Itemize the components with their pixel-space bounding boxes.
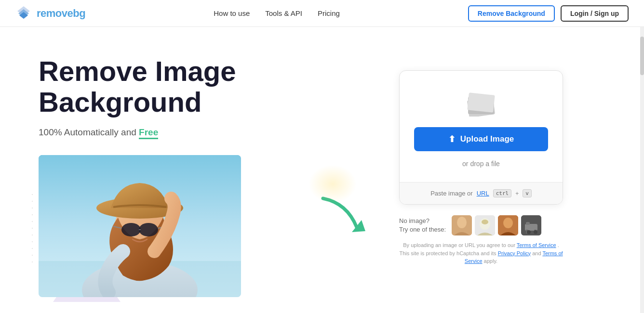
privacy-link[interactable]: Privacy Policy — [498, 250, 531, 256]
no-image-text: No image? Try one of these: — [399, 217, 446, 234]
kbd-ctrl: ctrl — [493, 189, 512, 197]
svg-point-31 — [534, 230, 537, 234]
main-nav: How to use Tools & API Pricing — [214, 9, 340, 17]
main-content: Remove Image Background 100% Automatical… — [0, 27, 644, 313]
hero-image-area — [39, 155, 328, 297]
svg-rect-27 — [526, 222, 530, 225]
stack-icon — [464, 90, 498, 117]
logo-area[interactable]: removebg — [15, 5, 85, 22]
site-header: removebg How to use Tools & API Pricing … — [0, 0, 644, 27]
scrollbar-thumb[interactable] — [640, 37, 644, 75]
drop-file-label: or drop a file — [462, 160, 500, 168]
logo-text: removebg — [37, 7, 85, 20]
upload-main-area: ⬆ Upload Image or drop a file — [400, 71, 563, 182]
upload-card: ⬆ Upload Image or drop a file Paste imag… — [399, 70, 563, 205]
svg-rect-17 — [467, 92, 495, 112]
sample-thumb-2[interactable] — [475, 215, 495, 235]
hero-photo — [39, 155, 241, 297]
scrollbar-track — [640, 27, 644, 313]
blob-decoration — [309, 165, 357, 203]
nav-tools-api[interactable]: Tools & API — [265, 9, 302, 17]
nav-how-to-use[interactable]: How to use — [214, 9, 250, 17]
upload-image-button[interactable]: ⬆ Upload Image — [414, 127, 548, 151]
paste-area: Paste image or URL ctrl + v — [400, 182, 563, 204]
sample-thumbs — [452, 215, 541, 235]
nav-pricing[interactable]: Pricing — [318, 9, 340, 17]
sample-thumb-1[interactable] — [452, 215, 472, 235]
url-link[interactable]: URL — [477, 190, 489, 197]
sample-thumb-4[interactable] — [521, 215, 541, 235]
samples-row: No image? Try one of these: — [399, 215, 563, 235]
svg-point-10 — [139, 223, 158, 236]
kbd-v: v — [523, 189, 532, 197]
svg-point-30 — [527, 230, 531, 234]
paste-label: Paste image or — [430, 190, 472, 197]
svg-point-22 — [482, 220, 488, 224]
login-signup-button[interactable]: Login / Sign up — [561, 5, 629, 22]
logo-icon — [15, 5, 32, 22]
hero-title: Remove Image Background — [39, 56, 328, 117]
terms-text: By uploading an image or URL you agree t… — [399, 241, 563, 265]
upload-btn-label: Upload Image — [460, 134, 514, 144]
sample-thumb-3[interactable] — [498, 215, 518, 235]
svg-point-24 — [503, 218, 513, 228]
free-label: Free — [139, 127, 158, 139]
upload-icon: ⬆ — [448, 134, 456, 144]
remove-background-button[interactable]: Remove Background — [468, 5, 555, 22]
hero-left: Remove Image Background 100% Automatical… — [39, 56, 328, 297]
header-buttons: Remove Background Login / Sign up — [468, 5, 629, 22]
svg-point-19 — [457, 217, 467, 228]
svg-point-9 — [121, 223, 141, 236]
hero-subtitle: 100% Automatically and Free — [39, 127, 328, 138]
svg-rect-26 — [525, 224, 537, 231]
kbd-plus: + — [515, 190, 519, 197]
tos-link-1[interactable]: Terms of Service — [517, 242, 556, 248]
